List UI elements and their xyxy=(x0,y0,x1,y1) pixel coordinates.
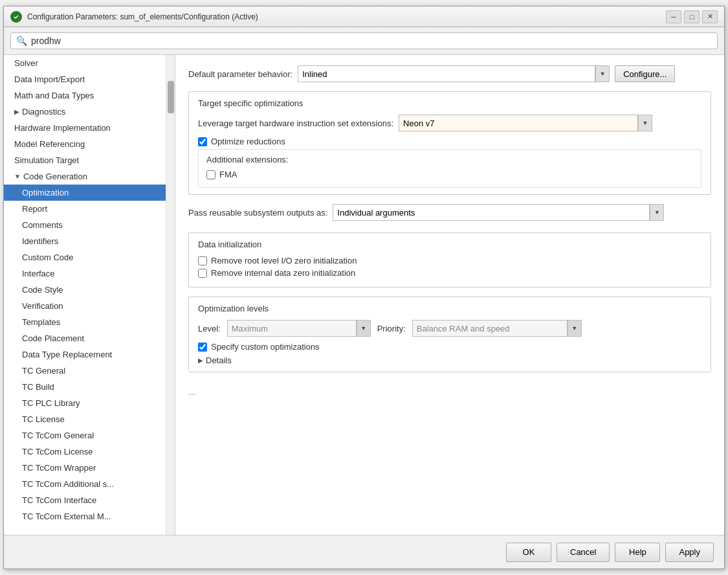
remove-internal-checkbox[interactable] xyxy=(198,269,207,278)
optimize-reductions-label: Optimize reductions xyxy=(211,137,285,146)
sidebar-item-code-generation[interactable]: ▼ Code Generation xyxy=(4,168,175,185)
specify-custom-checkbox[interactable] xyxy=(198,343,207,352)
apply-button[interactable]: Apply xyxy=(665,543,714,562)
optimization-levels-section: Optimization levels Level: Maximum ▼ Pri… xyxy=(188,297,711,372)
remove-internal-label: Remove internal data zero initialization xyxy=(211,268,355,278)
hw-extensions-label: Leverage target hardware instruction set… xyxy=(198,118,393,128)
sidebar-item-simulation-target[interactable]: Simulation Target xyxy=(4,152,175,168)
sidebar-item-solver[interactable]: Solver xyxy=(4,55,175,71)
hw-extensions-dropdown-container: Neon v7 ▼ xyxy=(399,115,652,131)
target-optimizations-section: Target specific optimizations Leverage t… xyxy=(188,91,711,195)
maximize-button[interactable]: □ xyxy=(684,10,700,23)
specify-custom-label: Specify custom optimizations xyxy=(211,342,320,352)
search-input-wrap: 🔍 xyxy=(10,32,718,49)
sidebar-item-identifiers[interactable]: Identifiers xyxy=(4,233,175,249)
sidebar-item-data-type-replacement[interactable]: Data Type Replacement xyxy=(4,346,175,363)
cancel-button[interactable]: Cancel xyxy=(557,543,610,562)
sidebar-item-tc-tccom-wrapper[interactable]: TC TcCom Wrapper xyxy=(4,460,175,476)
search-input[interactable] xyxy=(31,36,712,46)
sidebar-item-custom-code[interactable]: Custom Code xyxy=(4,249,175,265)
priority-field: Balance RAM and speed xyxy=(412,320,568,337)
level-dropdown-arrow[interactable]: ▼ xyxy=(357,320,371,337)
sidebar-item-math-data-types[interactable]: Math and Data Types xyxy=(4,87,175,104)
hw-extensions-field: Neon v7 xyxy=(399,115,638,131)
title-controls: ─ □ ✕ xyxy=(666,10,718,23)
sidebar-item-tc-tccom-interface[interactable]: TC TcCom Interface xyxy=(4,492,175,508)
pass-reusable-dropdown-container: Individual arguments ▼ xyxy=(333,204,664,221)
pass-reusable-row: Pass reusable subsystem outputs as: Indi… xyxy=(188,204,711,221)
hw-extensions-dropdown-arrow[interactable]: ▼ xyxy=(638,115,652,131)
sidebar-item-tc-general[interactable]: TC General xyxy=(4,363,175,379)
ellipsis-indicator: ... xyxy=(188,387,711,397)
title-bar: Configuration Parameters: sum_of_element… xyxy=(4,6,724,27)
sidebar-item-code-style[interactable]: Code Style xyxy=(4,282,175,298)
remove-root-row: Remove root level I/O zero initializatio… xyxy=(198,256,701,265)
default-param-label: Default parameter behavior: xyxy=(188,69,292,79)
code-generation-arrow: ▼ xyxy=(14,173,21,180)
sidebar-item-tc-license[interactable]: TC License xyxy=(4,411,175,427)
window-title: Configuration Parameters: sum_of_element… xyxy=(27,12,258,21)
default-param-row: Default parameter behavior: Inlined ▼ Co… xyxy=(188,65,711,82)
sidebar: Solver Data Import/Export Math and Data … xyxy=(4,55,175,535)
sidebar-item-templates[interactable]: Templates xyxy=(4,314,175,330)
ok-button[interactable]: OK xyxy=(506,543,551,562)
default-param-field: Inlined xyxy=(298,65,595,82)
diagnostics-arrow: ▶ xyxy=(14,108,19,115)
fma-label: FMA xyxy=(219,170,237,179)
priority-label: Priority: xyxy=(377,324,406,333)
level-field: Maximum xyxy=(227,320,357,337)
specify-custom-row: Specify custom optimizations xyxy=(198,342,701,352)
sidebar-item-tc-tccom-license[interactable]: TC TcCom License xyxy=(4,444,175,460)
data-initialization-title: Data initialization xyxy=(198,240,701,249)
optimization-levels-title: Optimization levels xyxy=(198,304,701,313)
sidebar-item-tc-tccom-external-m[interactable]: TC TcCom External M... xyxy=(4,508,175,524)
target-optimizations-title: Target specific optimizations xyxy=(198,98,701,108)
level-dropdown-container: Maximum ▼ xyxy=(227,320,371,337)
close-button[interactable]: ✕ xyxy=(702,10,718,23)
level-priority-row: Level: Maximum ▼ Priority: Balance RAM a… xyxy=(198,320,701,337)
sidebar-item-optimization[interactable]: Optimization xyxy=(4,185,175,201)
pass-reusable-dropdown-arrow[interactable]: ▼ xyxy=(650,204,664,221)
sidebar-item-tc-tccom-additional-s[interactable]: TC TcCom Additional s... xyxy=(4,476,175,492)
main-window: Configuration Parameters: sum_of_element… xyxy=(3,6,725,569)
additional-extensions-box: Additional extensions: FMA xyxy=(198,149,701,188)
priority-dropdown-arrow[interactable]: ▼ xyxy=(568,320,582,337)
sidebar-item-tc-plc-library[interactable]: TC PLC Library xyxy=(4,395,175,411)
configure-button[interactable]: Configure... xyxy=(615,65,675,82)
search-bar: 🔍 xyxy=(4,27,724,55)
remove-internal-row: Remove internal data zero initialization xyxy=(198,268,701,278)
additional-extensions-title: Additional extensions: xyxy=(206,155,693,164)
remove-root-checkbox[interactable] xyxy=(198,256,207,265)
details-label[interactable]: Details xyxy=(206,355,232,365)
sidebar-item-verification[interactable]: Verification xyxy=(4,298,175,314)
sidebar-item-hardware-implementation[interactable]: Hardware Implementation xyxy=(4,120,175,136)
data-initialization-section: Data initialization Remove root level I/… xyxy=(188,232,711,288)
sidebar-item-model-referencing[interactable]: Model Referencing xyxy=(4,136,175,152)
details-expand-icon[interactable]: ▶ xyxy=(198,357,203,364)
app-icon xyxy=(10,11,22,23)
sidebar-item-diagnostics[interactable]: ▶ Diagnostics xyxy=(4,104,175,120)
sidebar-item-report[interactable]: Report xyxy=(4,201,175,217)
priority-dropdown-container: Balance RAM and speed ▼ xyxy=(412,320,582,337)
optimize-reductions-checkbox[interactable] xyxy=(198,137,207,146)
minimize-button[interactable]: ─ xyxy=(666,10,681,23)
details-row[interactable]: ▶ Details xyxy=(198,355,701,365)
main-content: Solver Data Import/Export Math and Data … xyxy=(4,55,724,535)
sidebar-scroll-thumb[interactable] xyxy=(168,81,174,113)
optimize-reductions-row: Optimize reductions xyxy=(198,137,701,146)
search-icon: 🔍 xyxy=(16,36,27,46)
sidebar-scrollbar[interactable] xyxy=(166,55,175,535)
fma-row: FMA xyxy=(206,170,693,179)
sidebar-item-tc-tccom-general[interactable]: TC TcCom General xyxy=(4,427,175,444)
footer: OK Cancel Help Apply xyxy=(4,535,724,569)
sidebar-item-code-placement[interactable]: Code Placement xyxy=(4,330,175,346)
default-param-dropdown-arrow[interactable]: ▼ xyxy=(595,65,610,82)
help-button[interactable]: Help xyxy=(615,543,660,562)
fma-checkbox[interactable] xyxy=(206,170,215,179)
level-label: Level: xyxy=(198,324,221,333)
sidebar-item-comments[interactable]: Comments xyxy=(4,217,175,233)
sidebar-item-data-import-export[interactable]: Data Import/Export xyxy=(4,71,175,87)
sidebar-item-interface[interactable]: Interface xyxy=(4,265,175,282)
sidebar-item-tc-build[interactable]: TC Build xyxy=(4,379,175,395)
title-bar-left: Configuration Parameters: sum_of_element… xyxy=(10,11,258,23)
